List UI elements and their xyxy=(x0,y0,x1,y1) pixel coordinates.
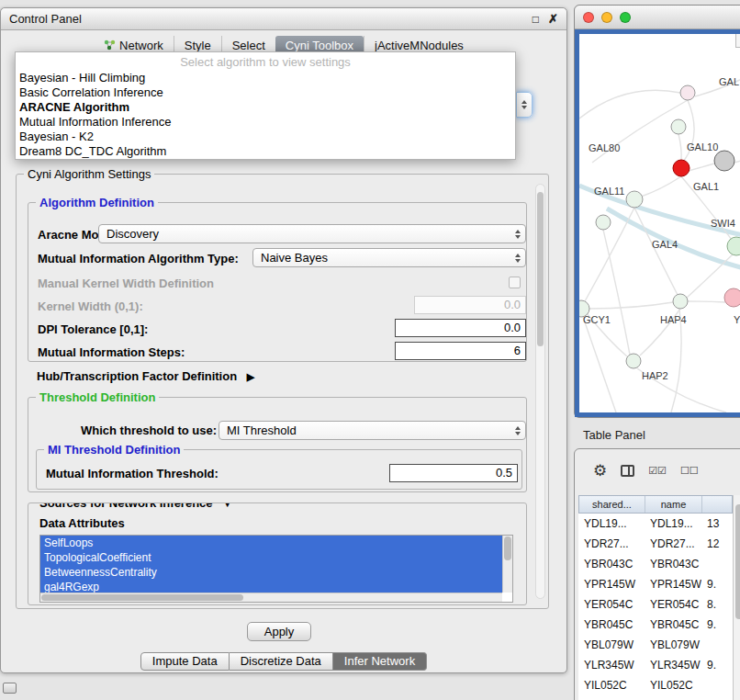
settings-scrollbar[interactable] xyxy=(535,184,545,599)
table-row[interactable]: YDL19...YDL19...13 xyxy=(578,514,733,534)
desktop: Control Panel □ ✗ NetworkStyleSelectCyni… xyxy=(0,0,740,700)
manual-kernel-checkbox xyxy=(509,277,521,288)
dropdown-item[interactable]: ARACNE Algorithm xyxy=(16,100,515,115)
network-scrollbar-corner xyxy=(735,34,740,48)
dropdown-item[interactable]: Dream8 DC_TDC Algorithm xyxy=(16,144,515,159)
table-row[interactable]: YLR345WYLR345W9. xyxy=(578,655,733,675)
network-node[interactable] xyxy=(673,294,688,309)
network-svg: GALGAL80GAL10GAL11GAL1SWI4GAL4GCY1HAP4YH… xyxy=(579,34,740,412)
threshold-definition-group: Threshold Definition Which threshold to … xyxy=(28,397,527,492)
bottom-tab-discretize-data[interactable]: Discretize Data xyxy=(230,652,333,671)
data-attributes-list[interactable]: SelfLoopsTopologicalCoefficientBetweenne… xyxy=(39,535,513,603)
scrollbar-thumb[interactable] xyxy=(504,536,511,560)
deselect-all-columns-icon[interactable]: ☐☐ xyxy=(680,465,699,477)
algorithm-definition-group: Algorithm Definition Aracne Mode: Discov… xyxy=(28,202,527,362)
network-edge xyxy=(734,159,740,163)
combo-arrows-icon xyxy=(510,249,525,266)
aracne-mode-select[interactable]: Discovery xyxy=(98,224,526,243)
node-label: GAL11 xyxy=(594,186,624,197)
scrollbar-thumb[interactable] xyxy=(41,594,243,601)
table-row[interactable]: YBR043CYBR043C xyxy=(578,554,733,574)
close-traffic-light[interactable] xyxy=(583,12,594,23)
attribute-item[interactable]: TopologicalCoefficient xyxy=(40,550,502,565)
bottom-tab-impute-data[interactable]: Impute Data xyxy=(140,652,230,671)
column-header[interactable]: shared... xyxy=(579,496,645,513)
expand-right-icon: ▶ xyxy=(247,371,254,382)
tab-label: jActiveMNodules xyxy=(375,39,464,52)
table-row[interactable]: YER054CYER054C8. xyxy=(578,594,733,615)
table-cell: 13 xyxy=(701,517,733,530)
attribute-item[interactable]: BetweennessCentrality xyxy=(40,565,502,580)
mi-threshold-label: Mutual Information Threshold: xyxy=(46,467,219,480)
which-threshold-label: Which threshold to use: xyxy=(81,423,217,437)
select-all-columns-icon[interactable]: ☑☑ xyxy=(648,465,667,477)
network-node[interactable] xyxy=(680,85,695,100)
dropdown-item[interactable]: Mutual Information Inference xyxy=(16,115,515,130)
table-panel-label: Table Panel xyxy=(583,428,645,442)
table-header-row: shared...name xyxy=(578,495,733,514)
close-window-icon[interactable]: ✗ xyxy=(548,12,558,26)
dropdown-item[interactable]: Bayesian - Hill Climbing xyxy=(16,71,515,85)
table-cell: YBL079W xyxy=(645,638,701,651)
network-node[interactable] xyxy=(671,119,686,134)
gear-icon[interactable]: ⚙ xyxy=(593,463,607,479)
dropdown-item[interactable]: Basic Correlation Inference xyxy=(16,85,515,100)
sources-title[interactable]: Sources for Network Inference ▼ xyxy=(36,502,236,511)
mi-type-select[interactable]: Naive Bayes xyxy=(252,248,526,267)
apply-button[interactable]: Apply xyxy=(247,622,311,641)
list-vertical-scrollbar[interactable] xyxy=(502,536,512,593)
mi-steps-label: Mutual Information Steps: xyxy=(38,345,185,359)
network-node[interactable] xyxy=(727,237,740,255)
attribute-item[interactable]: SelfLoops xyxy=(40,536,502,550)
list-horizontal-scrollbar[interactable] xyxy=(40,593,502,602)
table-row[interactable]: YBR045CYBR045C9. xyxy=(578,615,733,635)
table-row[interactable]: YIL052CYIL052C xyxy=(578,675,733,695)
group-title-algorithm-definition: Algorithm Definition xyxy=(36,196,158,209)
dpi-tolerance-field[interactable]: 0.0 xyxy=(395,319,526,337)
network-edge xyxy=(687,254,733,298)
network-canvas[interactable]: GALGAL80GAL10GAL11GAL1SWI4GAL4GCY1HAP4YH… xyxy=(575,29,740,417)
dpi-tolerance-label: DPI Tolerance [0,1]: xyxy=(38,322,148,336)
table-scrollbar[interactable] xyxy=(733,495,740,700)
collapsed-panel-icon[interactable] xyxy=(3,683,17,694)
table-row[interactable]: YPR145WYPR145W9. xyxy=(578,574,733,594)
network-node[interactable] xyxy=(714,151,734,171)
column-header[interactable] xyxy=(702,496,732,513)
bottom-tab-infer-network[interactable]: Infer Network xyxy=(333,652,427,671)
float-window-icon[interactable]: □ xyxy=(533,13,539,26)
group-title-settings: Cyni Algorithm Settings xyxy=(24,167,154,181)
table-cell: YBL079W xyxy=(578,638,645,651)
scrollbar-thumb[interactable] xyxy=(537,192,544,346)
network-node[interactable] xyxy=(724,288,740,307)
zoom-traffic-light[interactable] xyxy=(620,12,631,23)
algorithm-combo-stepper[interactable] xyxy=(516,92,533,118)
table-body: YDL19...YDL19...13YDR27...YDR27...12YBR0… xyxy=(578,514,733,700)
mi-steps-field[interactable]: 6 xyxy=(395,342,526,360)
control-panel-titlebar: Control Panel □ ✗ xyxy=(1,8,566,30)
manual-kernel-label: Manual Kernel Width Definition xyxy=(38,277,214,290)
network-edge xyxy=(641,176,681,197)
network-edge xyxy=(688,301,725,302)
column-view-icon[interactable] xyxy=(621,465,634,477)
scrollbar-thumb[interactable] xyxy=(735,504,740,619)
dropdown-item[interactable]: Bayesian - K2 xyxy=(16,130,515,144)
network-node[interactable] xyxy=(596,215,611,230)
minimize-traffic-light[interactable] xyxy=(601,12,612,23)
mi-threshold-field[interactable]: 0.5 xyxy=(389,464,518,482)
data-attributes-label: Data Attributes xyxy=(39,516,125,530)
network-window-titlebar xyxy=(575,6,740,29)
network-edge xyxy=(583,317,616,412)
dropdown-placeholder: Select algorithm to view settings xyxy=(16,54,515,71)
table-cell: YBR045C xyxy=(578,618,645,631)
table-row[interactable]: YBL079WYBL079W xyxy=(578,635,733,655)
column-header[interactable]: name xyxy=(645,496,702,513)
table-toolbar: ⚙ ☑☑ ☐☐ xyxy=(575,449,740,491)
which-threshold-select[interactable]: MI Threshold xyxy=(219,421,526,440)
network-node[interactable] xyxy=(673,160,690,176)
network-node[interactable] xyxy=(626,191,643,208)
table-row[interactable]: YDR27...YDR27...12 xyxy=(578,534,733,554)
collapse-down-icon: ▼ xyxy=(222,502,232,509)
hub-definition-toggle[interactable]: Hub/Transcription Factor Definition ▶ xyxy=(37,369,254,383)
network-node[interactable] xyxy=(626,354,641,368)
network-edge xyxy=(689,164,714,171)
